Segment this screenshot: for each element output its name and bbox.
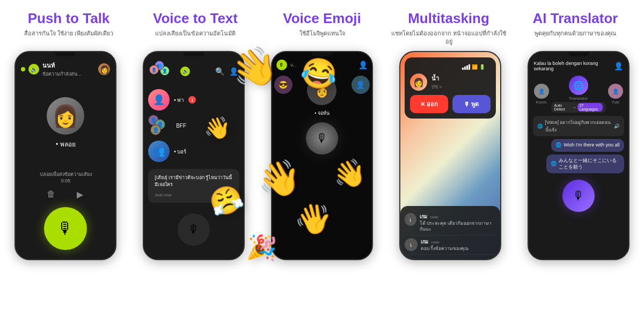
mt-msg-header-2: เกม now [421, 238, 469, 246]
translator-user: 🌐 Translator Auto Detect → 27 Languages [551, 76, 606, 113]
translator-header: Kalau la boleh dengan korang sekarang 👤 [529, 56, 628, 76]
speaker-icon-1: 🔊 [28, 64, 39, 75]
yuki-label: Yuki [611, 100, 619, 105]
notch-2 [183, 52, 204, 56]
multitask-sub: บัซ > [431, 83, 442, 91]
feature-voice-emoji: Voice Emoji ใช้อีโมจิพูดแทนใจ [259, 11, 385, 46]
bar4 [469, 64, 470, 70]
multitask-buttons: ✕ ออก 🎙 พูด [410, 95, 491, 113]
speaker-icon-vm: 🔊 [614, 123, 620, 129]
phone1-voice-name: • พลอย [56, 139, 76, 149]
languages-badge: 27 Languages [577, 103, 603, 112]
auto-detect-label: Auto Detect [554, 104, 572, 111]
phone3-mic-area: 🎙 [272, 122, 372, 154]
signal-bars [462, 64, 470, 70]
mt-msg-time-1: now [430, 215, 438, 219]
bar2 [464, 67, 466, 70]
translator-avatar: 🌐 [569, 76, 588, 95]
chat-text-2: [เสียง] เรามีข่าวดีจะบอก รู้ไหมว่าวันนี้… [155, 174, 233, 188]
phone-2: 👤 👥 👤 🔊 🔍 👤 👤 • พ่า 1 [143, 51, 245, 260]
phone1-top-bar: 🔊 นนท์ ข้อความกำลังส่น... 👩 [16, 56, 115, 81]
phone-wrapper-1: 🔊 นนท์ ข้อความกำลังส่น... 👩 • พลอย ปล่อย… [3, 51, 129, 309]
phone1-timer: 0:05 [61, 178, 71, 183]
phone-5: Kalau la boleh dengan korang sekarang 👤 … [528, 51, 630, 260]
phones-container: 🔊 นนท์ ข้อความกำลังส่น... 👩 • พลอย ปล่อย… [0, 51, 644, 309]
exit-button[interactable]: ✕ ออก [410, 95, 448, 113]
phone1-user-avatar [47, 97, 84, 135]
search-button-2[interactable]: 🔍 [214, 66, 225, 77]
phone1-avatar: 👩 [98, 63, 110, 75]
multitask-top: 👩 น้ำ บัซ > [410, 73, 491, 91]
wifi-icon-4: 📶 [472, 64, 478, 70]
features-header: Push to Talk สื่อสารกันใจ ใช้ง่าย เพียงส… [0, 0, 644, 51]
phone-3: 🎙 V... 👤 😎 👩 👤 • จอห์น 🎙 [271, 51, 373, 260]
phone5-inner: Kalau la boleh dengan korang sekarang 👤 … [529, 52, 628, 259]
play-icon[interactable]: ▶ [74, 188, 86, 201]
translator-voices: 👤 Kevin 🌐 Translator Auto Detect → 27 La… [529, 76, 628, 113]
p4-status-icons: 📶 🔋 [462, 64, 485, 70]
phone4-status-bar: 📶 🔋 [410, 63, 491, 71]
phone2-top: 👤 👥 👤 🔊 🔍 👤 [144, 56, 244, 86]
phone5-mic-button[interactable]: 🎙 [562, 180, 595, 212]
bar1 [462, 68, 464, 70]
msg-text-1: Wish I'm there with you all [564, 142, 619, 149]
group-avatars: 👤 👥 👤 [149, 61, 176, 82]
mt-msg-header-1: เกม now [420, 213, 496, 220]
room-item-1[interactable]: 👤 • พ่า 1 [148, 89, 239, 111]
feature-subtitle-1: สื่อสารกันใจ ใช้ง่าย เพียงสัมผัสเดียว [24, 30, 113, 38]
room-item-2[interactable]: 👤 👤 👤 BFF [148, 115, 239, 136]
phone4-inner: 📶 🔋 👩 น้ำ บัซ > ✕ ออก [400, 52, 500, 259]
people-icon-5: 👤 [614, 62, 623, 70]
phone1-action-icons: 🗑 ▶ [45, 188, 86, 201]
voice-user-yuki: 👤 Yuki [608, 84, 623, 105]
phone2-inner: 👤 👥 👤 🔊 🔍 👤 👤 • พ่า 1 [144, 52, 244, 259]
trash-icon[interactable]: 🗑 [45, 188, 57, 201]
feature-title-4: Multitasking [408, 11, 489, 26]
notch-5 [568, 52, 589, 56]
chat-bubble-2: [เสียง] เรามีข่าวดีจะบอก รู้ไหมว่าวันนี้… [148, 169, 239, 202]
msg-bubble-1: 🌐 Wish I'm there with you all [551, 139, 624, 152]
phone3-mic-button[interactable]: 🎙 [306, 122, 338, 154]
kevin-label: Kevin [536, 100, 547, 105]
translator-badges: Auto Detect → 27 Languages [551, 102, 606, 113]
room-name-bff: BFF [176, 123, 186, 129]
feature-subtitle-4: แชทโดยไม่ต้องออกจาก หน้าจอแอปที่กำลังใช้… [391, 30, 507, 46]
multitask-avatar: 👩 [410, 73, 427, 91]
phone2-mic-button[interactable]: 🎙 [178, 214, 210, 246]
msg-text-2: みんなと一緒にそこにいることを願う [559, 158, 620, 170]
msg-bubble-2: 🌐 みんなと一緒にそこにいることを願う [546, 154, 624, 173]
speaker-icon-2: 🔊 [180, 67, 190, 76]
auto-detect-badge[interactable]: Auto Detect → 27 Languages [551, 102, 606, 113]
mt-msg-name-1: เกม [420, 213, 427, 220]
rooms-container: 👤 • พ่า 1 👤 👤 👤 BFF [144, 86, 244, 165]
translate-icon-2: 🌐 [551, 161, 557, 167]
mt-msg-content-1: เกม now โต้ ประสะคุด เดียวกิมออกจากภาษาก… [420, 213, 496, 232]
chat-btn-2[interactable]: Chat > [220, 190, 233, 197]
room-name-1: • พ่า [174, 96, 184, 104]
push-to-talk-button[interactable]: 🎙 [44, 207, 87, 250]
notch-3 [311, 52, 333, 56]
multitask-chat: เ เกม now โต้ ประสะคุด เดียวกิมออกจากภาษ… [400, 206, 500, 259]
room-avatar-3: 👥 [148, 141, 170, 162]
feature-ai-translator: AI Translator พูดคุยกับทุกคนด้วยภาษาของค… [512, 11, 639, 46]
group-av-1: 👤 [149, 65, 159, 75]
phone3-indicator: 🎙 [276, 60, 287, 70]
phone-wrapper-5: Kalau la boleh dengan korang sekarang 👤 … [515, 51, 641, 309]
room-item-3[interactable]: 👥 • บอร์ [148, 141, 239, 162]
mt-msg-2: เ เกม now ตอบ กิ้งข้อความของคุณ [405, 236, 496, 255]
mt-msg-name-2: เกม [421, 238, 428, 246]
multitask-card: 📶 🔋 👩 น้ำ บัซ > ✕ ออก [405, 57, 496, 119]
mt-msg-av-2: เ [405, 238, 418, 251]
chat-time-2: Just now [155, 193, 172, 197]
feature-subtitle-2: แปลงเสียงเป็นข้อความอัตโนมัติ [155, 30, 236, 38]
translator-label: Translator [569, 96, 588, 101]
phone3-top: 🎙 V... 👤 [272, 56, 372, 73]
phone-4: 📶 🔋 👩 น้ำ บัซ > ✕ ออก [399, 51, 501, 260]
notch-1 [55, 52, 76, 56]
mt-msg-time-2: now [431, 240, 440, 245]
mt-msg-av-1: เ [405, 213, 416, 226]
talk-button[interactable]: 🎙 พูด [452, 95, 491, 113]
phone3-username: • จอห์น [272, 109, 372, 117]
phone3-av-row: 😎 👩 👤 [272, 73, 372, 107]
room-avatar-1: 👤 [148, 89, 170, 111]
